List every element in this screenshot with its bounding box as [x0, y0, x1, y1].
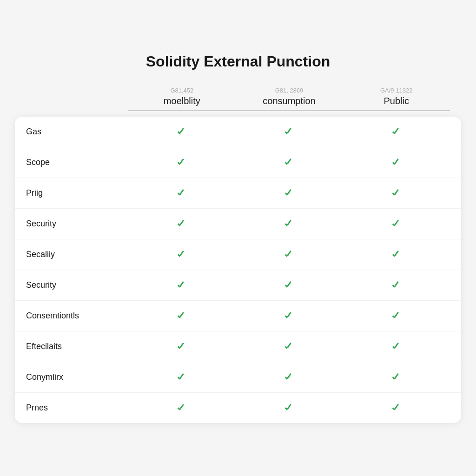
- row-check-3: [343, 158, 450, 167]
- checkmark-icon: [177, 219, 186, 229]
- table-row: Gas: [15, 117, 461, 147]
- row-check-1: [128, 189, 236, 198]
- row-check-1: [128, 127, 236, 137]
- row-check-1: [128, 403, 236, 413]
- col-sub-3: GA/9 11322: [343, 87, 450, 94]
- checkmark-icon: [392, 219, 401, 229]
- row-check-3: [343, 373, 450, 382]
- row-check-2: [236, 281, 343, 290]
- checkmark-icon: [177, 342, 186, 351]
- checkmark-icon: [177, 403, 186, 413]
- page-container: Solidity External Punction G81,452 moelb…: [15, 53, 461, 423]
- row-check-2: [236, 127, 343, 137]
- checkmark-icon: [177, 250, 186, 259]
- checkmark-icon: [177, 158, 186, 167]
- table-row: Prnes: [15, 393, 461, 423]
- row-label: Priig: [26, 188, 128, 198]
- checkmark-icon: [284, 189, 294, 198]
- checkmark-icon: [392, 342, 401, 351]
- checkmark-icon: [284, 373, 294, 382]
- table-row: Consemtiontls: [15, 301, 461, 331]
- checkmark-icon: [284, 127, 294, 137]
- checkmark-icon: [392, 127, 401, 137]
- row-check-2: [236, 373, 343, 382]
- table-row: Security: [15, 209, 461, 239]
- col-sub-1: G81,452: [128, 87, 236, 94]
- row-label: Eftecilaits: [26, 342, 128, 351]
- row-check-3: [343, 403, 450, 413]
- checkmark-icon: [284, 158, 294, 167]
- row-label: Scope: [26, 158, 128, 167]
- row-check-1: [128, 373, 236, 382]
- row-label: Secaliiy: [26, 250, 128, 259]
- col-main-2: consumption: [236, 96, 343, 111]
- checkmark-icon: [392, 158, 401, 167]
- row-label: Conymlirx: [26, 372, 128, 382]
- row-check-3: [343, 342, 450, 351]
- row-label: Security: [26, 280, 128, 290]
- table-card: GasScopePriigSecuritySecaliiySecurityCon…: [15, 117, 461, 423]
- col-header-2: G81, 2869 consumption: [236, 87, 343, 111]
- row-check-1: [128, 281, 236, 290]
- row-label: Security: [26, 219, 128, 229]
- row-check-1: [128, 342, 236, 351]
- row-label: Consemtiontls: [26, 311, 128, 321]
- col-main-3: Public: [343, 96, 450, 111]
- row-check-3: [343, 219, 450, 229]
- row-check-3: [343, 311, 450, 321]
- table-row: Security: [15, 270, 461, 301]
- row-check-2: [236, 403, 343, 413]
- row-label: Prnes: [26, 403, 128, 413]
- checkmark-icon: [392, 311, 401, 321]
- checkmark-icon: [177, 127, 186, 137]
- checkmark-icon: [284, 403, 294, 413]
- checkmark-icon: [392, 189, 401, 198]
- checkmark-icon: [177, 311, 186, 321]
- row-check-2: [236, 342, 343, 351]
- checkmark-icon: [284, 342, 294, 351]
- col-empty: [26, 87, 128, 111]
- row-check-1: [128, 158, 236, 167]
- table-row: Eftecilaits: [15, 331, 461, 362]
- checkmark-icon: [177, 373, 186, 382]
- row-check-3: [343, 189, 450, 198]
- row-label: Gas: [26, 127, 128, 137]
- column-headers: G81,452 moelblity G81, 2869 consumption …: [15, 87, 461, 117]
- table-row: Scope: [15, 147, 461, 178]
- checkmark-icon: [284, 219, 294, 229]
- row-check-1: [128, 250, 236, 259]
- row-check-2: [236, 311, 343, 321]
- row-check-3: [343, 127, 450, 137]
- checkmark-icon: [392, 281, 401, 290]
- checkmark-icon: [392, 373, 401, 382]
- checkmark-icon: [392, 403, 401, 413]
- table-row: Secaliiy: [15, 239, 461, 270]
- table-row: Conymlirx: [15, 362, 461, 393]
- row-check-3: [343, 281, 450, 290]
- col-sub-2: G81, 2869: [236, 87, 343, 94]
- checkmark-icon: [284, 311, 294, 321]
- checkmark-icon: [177, 189, 186, 198]
- row-check-2: [236, 189, 343, 198]
- row-check-2: [236, 250, 343, 259]
- row-check-3: [343, 250, 450, 259]
- col-header-3: GA/9 11322 Public: [343, 87, 450, 111]
- checkmark-icon: [284, 250, 294, 259]
- col-main-1: moelblity: [128, 96, 236, 111]
- page-title: Solidity External Punction: [15, 53, 461, 70]
- checkmark-icon: [284, 281, 294, 290]
- row-check-2: [236, 219, 343, 229]
- checkmark-icon: [392, 250, 401, 259]
- checkmark-icon: [177, 281, 186, 290]
- row-check-2: [236, 158, 343, 167]
- table-row: Priig: [15, 178, 461, 209]
- row-check-1: [128, 219, 236, 229]
- col-header-1: G81,452 moelblity: [128, 87, 236, 111]
- row-check-1: [128, 311, 236, 321]
